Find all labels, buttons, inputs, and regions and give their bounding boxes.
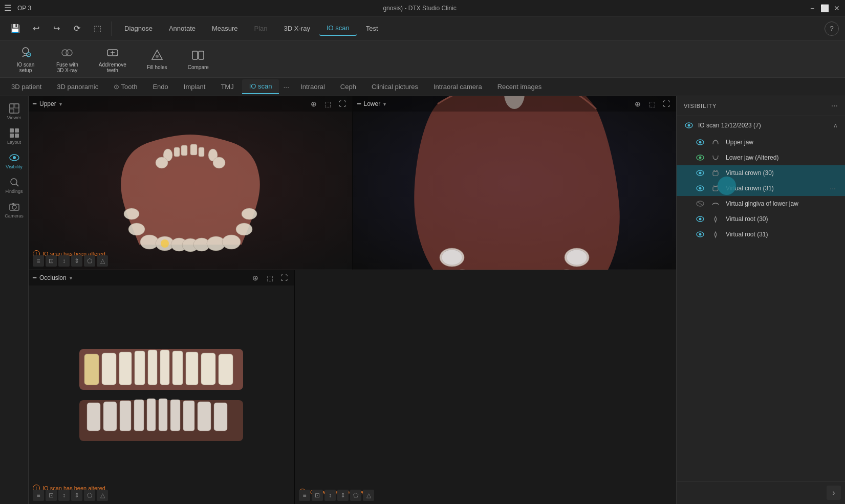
- low-tb-btn-6[interactable]: △: [363, 490, 374, 501]
- crop-button[interactable]: ⬚: [88, 19, 106, 38]
- expand-panel-button[interactable]: ›: [827, 486, 841, 500]
- rotate-button[interactable]: ⟳: [68, 19, 86, 38]
- visibility-more-button[interactable]: ···: [831, 101, 838, 111]
- viewport-upper[interactable]: ━ Upper ▾ ⊕ ⬚ ⛶: [29, 96, 352, 270]
- visibility-item-virtual-crown-30[interactable]: Virtual crown (30): [677, 165, 845, 181]
- restore-button[interactable]: ⬜: [820, 4, 829, 12]
- nav-annotate[interactable]: Annotate: [162, 21, 203, 35]
- virtual-crown-30-eye-button[interactable]: [695, 168, 705, 178]
- visibility-item-lower-jaw[interactable]: Lower jaw (Altered): [677, 150, 845, 165]
- virtual-crown-31-more-button[interactable]: ···: [828, 184, 838, 192]
- viewer-label: Viewer: [7, 115, 21, 120]
- tab-clinical-pictures[interactable]: Clinical pictures: [364, 80, 425, 94]
- lower-jaw-eye-button[interactable]: [695, 152, 705, 163]
- low-tb-btn-5[interactable]: ⬠: [350, 490, 361, 501]
- sidebar-item-visibility[interactable]: Visibility: [3, 149, 26, 172]
- low-tb-btn-2[interactable]: ⊡: [312, 490, 323, 501]
- tab-recent-images[interactable]: Recent images: [490, 80, 549, 94]
- occlusion-label[interactable]: ━ Occlusion ▾: [33, 274, 72, 281]
- frame-btn-occlusion[interactable]: ⬚: [264, 272, 275, 283]
- tab-implant[interactable]: Implant: [177, 80, 213, 94]
- occ-tb-btn-6[interactable]: △: [97, 490, 108, 501]
- nav-plan[interactable]: Plan: [247, 21, 275, 35]
- occ-tb-btn-5[interactable]: ⬠: [84, 490, 95, 501]
- fullscreen-btn-upper[interactable]: ⛶: [337, 98, 348, 109]
- frame-btn-upper[interactable]: ⬚: [322, 98, 334, 109]
- visibility-item-upper-jaw[interactable]: Upper jaw: [677, 135, 845, 150]
- svg-point-45: [161, 239, 169, 248]
- upper-label[interactable]: ━ Upper ▾: [33, 100, 62, 107]
- io-scan-setup-button[interactable]: IO scansetup: [10, 42, 41, 76]
- svg-rect-66: [119, 352, 132, 385]
- tab-ceph[interactable]: Ceph: [333, 80, 363, 94]
- visibility-item-virtual-root-30[interactable]: Virtual root (30): [677, 211, 845, 227]
- low-tb-btn-3[interactable]: ↕: [324, 490, 336, 501]
- fill-holes-icon: [150, 48, 164, 62]
- tb-btn-5[interactable]: ⬠: [84, 255, 95, 267]
- tab-io-scan[interactable]: IO scan: [242, 79, 279, 94]
- virtual-gingiva-eye-button[interactable]: [695, 199, 705, 209]
- nav-io-scan[interactable]: IO scan: [319, 21, 357, 36]
- tab-3d-patient[interactable]: 3D patient: [4, 80, 49, 94]
- tab-endo[interactable]: Endo: [145, 80, 175, 94]
- undo-button[interactable]: ↩: [27, 19, 45, 38]
- nav-measure[interactable]: Measure: [205, 21, 245, 35]
- nav-diagnose[interactable]: Diagnose: [117, 21, 160, 35]
- fullscreen-btn-occlusion[interactable]: ⛶: [278, 272, 290, 283]
- occ-tb-btn-2[interactable]: ⊡: [46, 490, 57, 501]
- tb-btn-6[interactable]: △: [97, 255, 108, 267]
- tab-intraoral-camera[interactable]: Intraoral camera: [426, 80, 489, 94]
- occ-tb-btn-4[interactable]: ⇕: [71, 490, 82, 501]
- frame-btn-lower[interactable]: ⬚: [646, 98, 658, 109]
- visibility-item-virtual-crown-31[interactable]: Virtual crown (31) ···: [677, 181, 845, 196]
- svg-point-32: [222, 235, 241, 249]
- help-button[interactable]: ?: [825, 21, 839, 36]
- viewport-lower-3d[interactable]: ━ Lower ▾ ⊕ ⬚ ⛶: [352, 96, 677, 270]
- tab-tooth[interactable]: ⊙ Tooth: [106, 80, 144, 94]
- cursor-btn-occlusion[interactable]: ⊕: [250, 272, 261, 283]
- occ-tb-btn-3[interactable]: ↕: [58, 490, 70, 501]
- nav-test[interactable]: Test: [359, 21, 385, 35]
- cursor-btn-lower[interactable]: ⊕: [632, 98, 643, 109]
- close-button[interactable]: ✕: [833, 4, 841, 12]
- tb-btn-4[interactable]: ⇕: [71, 255, 82, 267]
- upper-jaw-eye-button[interactable]: [695, 137, 705, 147]
- viewport-occlusion[interactable]: ━ Occlusion ▾ ⊕ ⬚ ⛶: [29, 270, 295, 504]
- svg-rect-81: [183, 401, 194, 431]
- nav-3d-xray[interactable]: 3D X-ray: [277, 21, 317, 35]
- virtual-root-31-eye-button[interactable]: [695, 229, 705, 239]
- sidebar-item-findings[interactable]: Findings: [3, 174, 26, 196]
- compare-button[interactable]: Compare: [183, 45, 214, 73]
- cursor-btn-upper[interactable]: ⊕: [308, 98, 319, 109]
- sidebar-item-viewer[interactable]: Viewer: [3, 100, 26, 123]
- tb-btn-3[interactable]: ↕: [58, 255, 70, 267]
- svg-rect-17: [10, 134, 14, 138]
- tab-3d-panoramic[interactable]: 3D panoramic: [50, 80, 105, 94]
- fuse-3d-xray-button[interactable]: Fuse with3D X-ray: [51, 42, 83, 76]
- virtual-root-30-eye-button[interactable]: [695, 214, 705, 224]
- hamburger-icon[interactable]: ☰: [4, 3, 11, 13]
- tab-tmj[interactable]: TMJ: [213, 80, 241, 94]
- tb-btn-1[interactable]: ≡: [33, 255, 44, 267]
- occ-tb-btn-1[interactable]: ≡: [33, 490, 44, 501]
- fill-holes-button[interactable]: Fill holes: [142, 45, 172, 73]
- fullscreen-btn-lower[interactable]: ⛶: [661, 98, 672, 109]
- tab-more-button[interactable]: ···: [280, 81, 292, 93]
- add-remove-teeth-button[interactable]: Add/removeteeth: [94, 42, 132, 76]
- minimize-button[interactable]: −: [808, 4, 816, 12]
- redo-button[interactable]: ↪: [47, 19, 66, 38]
- visibility-item-virtual-gingiva[interactable]: Virtual gingiva of lower jaw: [677, 196, 845, 211]
- io-scan-group-header[interactable]: IO scan 12/12/2023 (7) ∧: [677, 116, 845, 135]
- low-tb-btn-1[interactable]: ≡: [299, 490, 310, 501]
- sidebar-item-layout[interactable]: Layout: [3, 125, 26, 147]
- tab-intraoral[interactable]: Intraoral: [293, 80, 332, 94]
- save-button[interactable]: 💾: [6, 19, 25, 38]
- sidebar-item-cameras[interactable]: Cameras: [3, 199, 26, 221]
- visibility-item-virtual-root-31[interactable]: Virtual root (31): [677, 227, 845, 242]
- tb-btn-2[interactable]: ⊡: [46, 255, 57, 267]
- group-eye-button[interactable]: [684, 120, 694, 130]
- low-tb-btn-4[interactable]: ⇕: [337, 490, 349, 501]
- lower-label[interactable]: ━ Lower ▾: [357, 100, 386, 107]
- viewport-bottom-right[interactable]: ! IO scan has been altered ≡ ⊡ ↕ ⇕ ⬠ △: [295, 270, 676, 504]
- virtual-crown-31-eye-button[interactable]: [695, 183, 705, 193]
